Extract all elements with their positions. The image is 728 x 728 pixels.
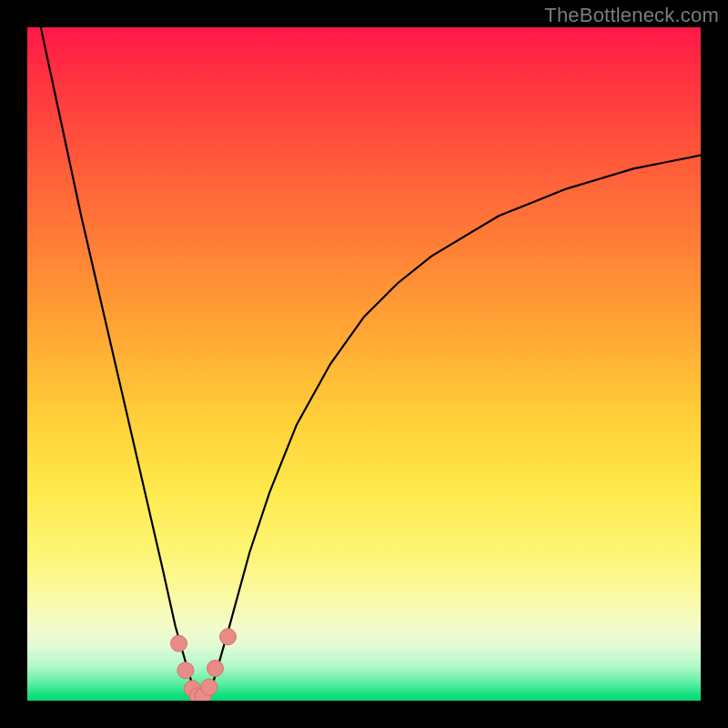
curve-marker xyxy=(201,679,217,695)
curve-path xyxy=(41,27,701,701)
bottleneck-curve xyxy=(27,27,701,701)
curve-marker xyxy=(177,662,194,679)
curve-marker xyxy=(220,629,237,645)
watermark-text: TheBottleneck.com xyxy=(544,4,719,27)
curve-marker xyxy=(207,660,223,676)
curve-marker xyxy=(171,635,187,652)
chart-frame: TheBottleneck.com xyxy=(0,0,728,728)
plot-area xyxy=(27,27,701,701)
curve-markers xyxy=(171,629,237,701)
